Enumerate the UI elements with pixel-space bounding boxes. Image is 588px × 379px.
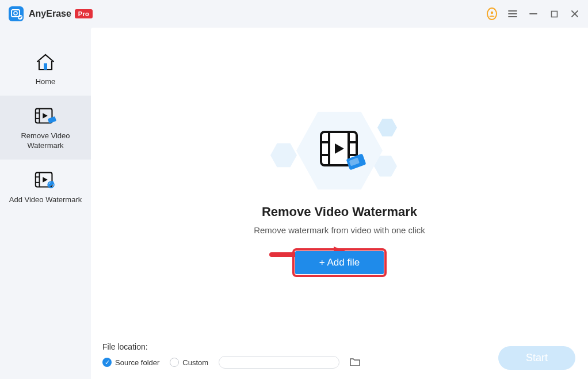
sidebar-item-label: Home	[36, 77, 56, 86]
main-panel: Remove Video Watermark Remove watermark …	[91, 28, 588, 379]
app-body: Home Remove Video Watermark	[0, 28, 588, 379]
app-window: AnyErase Pro	[0, 0, 588, 379]
radio-unchecked-icon	[170, 358, 179, 367]
svg-rect-9	[551, 11, 557, 17]
app-logo-icon	[8, 6, 24, 22]
sidebar-item-add-video-watermark[interactable]: Add Video Watermark	[0, 160, 91, 214]
start-button[interactable]: Start	[498, 346, 575, 370]
hero-graphic	[265, 108, 414, 194]
add-video-watermark-icon	[33, 170, 58, 191]
pro-badge: Pro	[75, 9, 93, 18]
svg-rect-18	[48, 116, 56, 124]
remove-video-watermark-icon	[33, 106, 58, 127]
sidebar-item-label: Add Video Watermark	[9, 195, 82, 204]
custom-path-input[interactable]	[219, 356, 339, 369]
sidebar-item-remove-video-watermark[interactable]: Remove Video Watermark	[0, 96, 91, 160]
window-controls	[487, 9, 580, 19]
source-folder-label: Source folder	[115, 358, 159, 367]
sidebar-item-home[interactable]: Home	[0, 41, 91, 96]
svg-rect-12	[44, 63, 47, 70]
source-folder-radio[interactable]: Source folder	[102, 358, 159, 367]
account-icon[interactable]	[487, 9, 497, 19]
hexagon-decoration	[270, 142, 297, 169]
video-watermark-hero-icon	[316, 127, 368, 177]
svg-marker-17	[43, 113, 48, 119]
browse-folder-icon[interactable]	[350, 357, 360, 368]
minimize-icon[interactable]	[528, 9, 539, 19]
custom-folder-label: Custom	[182, 358, 208, 367]
svg-point-4	[491, 12, 493, 14]
sidebar-item-label: Remove Video Watermark	[5, 131, 86, 150]
titlebar: AnyErase Pro	[0, 0, 588, 28]
main-subtitle: Remove watermark from video with one cli…	[254, 225, 425, 235]
center-area: Remove Video Watermark Remove watermark …	[91, 28, 588, 342]
bottom-bar: File location: Source folder Custom	[91, 342, 588, 379]
home-icon	[33, 52, 58, 73]
main-title: Remove Video Watermark	[262, 204, 417, 219]
menu-icon[interactable]	[507, 9, 518, 19]
close-icon[interactable]	[570, 9, 580, 19]
add-file-button[interactable]: + Add file	[295, 251, 384, 274]
sidebar: Home Remove Video Watermark	[0, 28, 91, 379]
custom-folder-radio[interactable]: Custom	[170, 358, 208, 367]
svg-marker-23	[43, 177, 48, 183]
maximize-icon[interactable]	[549, 9, 559, 19]
radio-checked-icon	[102, 358, 112, 367]
app-name: AnyErase	[29, 9, 71, 19]
hexagon-decoration	[377, 118, 397, 138]
